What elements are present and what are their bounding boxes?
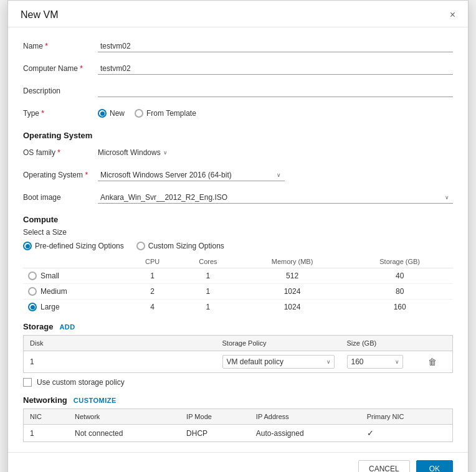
nic-ip-mode: DHCP [180,425,250,442]
dialog-title: New VM [21,9,58,21]
boot-image-label: Boot image [23,193,98,202]
medium-memory: 1024 [238,284,346,300]
medium-cores: 1 [178,284,238,300]
large-radio[interactable] [28,303,37,311]
small-option[interactable]: Small [28,271,121,280]
disk-policy-cell: VM default policy [216,351,341,373]
computer-name-input[interactable] [98,63,453,75]
networking-customize-button[interactable]: CUSTOMIZE [74,397,117,404]
computer-name-row: Computer Name [23,60,453,77]
new-vm-dialog: New VM × Name Computer Name Description … [7,0,469,472]
disk-number: 1 [24,351,216,373]
net-col-nic: NIC [24,409,69,425]
os-select[interactable]: Microsoft Windows Server 2016 (64-bit) [98,169,285,181]
cancel-button[interactable]: CANCEL [358,460,410,472]
small-storage: 40 [346,268,453,284]
disk-size-cell: 160 [341,351,422,373]
os-family-dropdown[interactable]: Microsoft Windows ∨ [98,148,168,157]
net-col-ip-address: IP Address [250,409,361,425]
predefined-sizing-option[interactable]: Pre-defined Sizing Options [23,242,124,250]
sizing-col-cpu: CPU [126,255,178,268]
custom-storage-checkbox[interactable] [23,378,32,387]
select-size-label: Select a Size [23,228,453,237]
os-family-value: Microsoft Windows [98,148,161,157]
custom-sizing-option[interactable]: Custom Sizing Options [136,242,224,250]
disk-size-select[interactable]: 160 [347,355,403,369]
os-family-label: OS family [23,148,98,157]
sizing-col-name [23,255,126,268]
table-row: Small 1 1 512 40 [23,268,453,284]
dialog-header: New VM × [8,1,468,27]
custom-storage-row: Use custom storage policy [23,378,453,387]
primary-nic-check: ✓ [367,428,374,438]
networking-title: Networking [23,395,67,405]
large-option[interactable]: Large [28,303,121,311]
medium-option[interactable]: Medium [28,287,121,296]
type-new-option[interactable]: New [98,109,125,118]
delete-disk-button[interactable]: 🗑 [428,357,437,367]
description-row: Description [23,82,453,100]
small-cores: 1 [178,268,238,284]
type-template-radio[interactable] [135,109,143,118]
large-memory: 1024 [238,300,346,315]
name-input[interactable] [98,40,453,52]
sizing-options-row: Pre-defined Sizing Options Custom Sizing… [23,242,453,250]
type-template-option[interactable]: From Template [135,109,196,118]
type-radio-group: New From Template [98,109,196,118]
predefined-sizing-label: Pre-defined Sizing Options [35,242,124,250]
sizing-col-storage: Storage (GB) [346,255,453,268]
ok-button[interactable]: OK [416,460,453,472]
os-section-title: Operating System [23,131,453,140]
custom-sizing-radio[interactable] [136,242,145,250]
storage-col-policy: Storage Policy [216,336,341,351]
table-row: Large 4 1 1024 160 [23,300,453,315]
description-input[interactable] [98,85,453,97]
small-label: Small [40,271,59,280]
small-radio[interactable] [28,271,37,280]
large-cpu: 4 [126,300,178,315]
storage-title: Storage [23,322,53,331]
name-label: Name [23,42,98,50]
custom-storage-label: Use custom storage policy [37,378,125,387]
medium-label: Medium [40,287,67,296]
predefined-sizing-radio[interactable] [23,242,32,250]
os-family-row: OS family Microsoft Windows ∨ [23,144,453,161]
medium-storage: 80 [346,284,453,300]
dialog-footer: CANCEL OK [8,452,468,472]
boot-image-wrapper: Ankara_Win_Svr__2012_R2_Eng.ISO [98,192,453,204]
networking-header: Networking CUSTOMIZE [23,395,453,405]
storage-col-size: Size (GB) [341,336,422,351]
custom-sizing-label: Custom Sizing Options [148,242,224,250]
nic-ip-address: Auto-assigned [250,425,361,442]
medium-radio[interactable] [28,287,37,296]
storage-section: Storage ADD Disk Storage Policy Size (GB… [23,322,453,387]
nic-network: Not connected [69,425,180,442]
computer-name-label: Computer Name [23,64,98,73]
type-row: Type New From Template [23,105,453,122]
size-input-wrapper: 160 [347,355,403,369]
net-col-primary: Primary NIC [361,409,453,425]
operating-system-label: Operating System [23,171,98,179]
boot-image-select[interactable]: Ankara_Win_Svr__2012_R2_Eng.ISO [98,192,453,204]
disk-actions-cell: 🗑 [422,351,453,373]
type-label: Type [23,109,98,118]
type-new-radio[interactable] [98,109,107,118]
boot-image-row: Boot image Ankara_Win_Svr__2012_R2_Eng.I… [23,189,453,206]
storage-header: Storage ADD [23,322,453,331]
disk-policy-select[interactable]: VM default policy [222,355,335,369]
nic-number: 1 [24,425,69,442]
storage-add-button[interactable]: ADD [59,323,75,331]
net-col-network: Network [69,409,180,425]
close-button[interactable]: × [450,10,455,20]
large-storage: 160 [346,300,453,315]
large-cores: 1 [178,300,238,315]
type-new-label: New [110,109,125,118]
sizing-col-cores: Cores [178,255,238,268]
policy-select-wrapper: VM default policy [222,355,335,369]
sizing-table: CPU Cores Memory (MB) Storage (GB) Small… [23,255,453,314]
nic-primary-cell: ✓ [361,425,453,442]
small-cpu: 1 [126,268,178,284]
storage-table: Disk Storage Policy Size (GB) 1 VM defau… [23,335,453,373]
table-row: Medium 2 1 1024 80 [23,284,453,300]
networking-section: Networking CUSTOMIZE NIC Network IP Mode… [23,395,453,442]
